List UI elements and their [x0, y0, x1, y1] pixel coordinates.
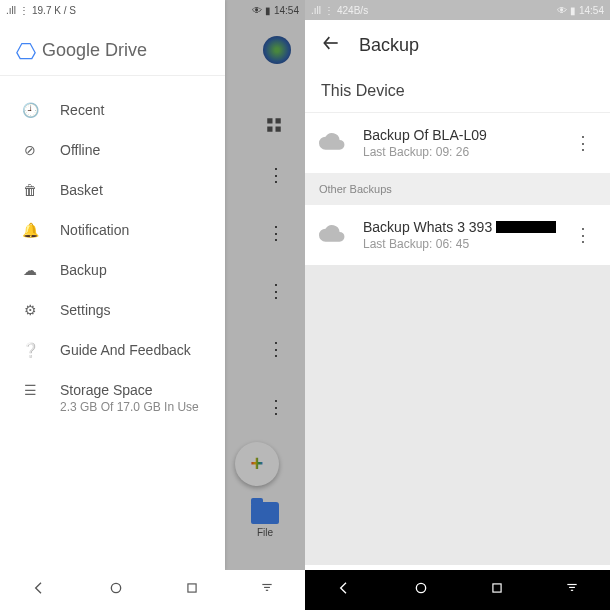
signal-icon: .ıll — [6, 5, 16, 16]
nav-drawer: .ıll ⋮ 19.7 K / S Google Drive 🕘 Recent … — [0, 0, 225, 570]
back-arrow-icon[interactable] — [321, 33, 341, 58]
drive-logo-icon — [16, 41, 36, 61]
backup-sub: Last Backup: 06: 45 — [363, 237, 570, 251]
nav-home-icon[interactable] — [108, 580, 124, 600]
row-menu-icon[interactable]: ⋮ — [570, 224, 596, 246]
cloud-icon — [319, 131, 349, 155]
brand: Google Drive — [0, 20, 225, 71]
svg-marker-4 — [17, 43, 35, 58]
menu-offline[interactable]: ⊘ Offline — [0, 130, 225, 170]
status-bar-drawer: .ıll ⋮ 19.7 K / S — [0, 0, 225, 20]
storage-icon: ☰ — [18, 382, 42, 398]
status-bar-right: .ıll ⋮ 424B/s 👁 ▮ 14:54 — [305, 0, 610, 20]
cloud-icon — [319, 223, 349, 247]
svg-rect-6 — [188, 584, 196, 592]
backup-row[interactable]: Backup Whats 3 393 Last Backup: 06: 45 ⋮ — [305, 205, 610, 265]
svg-rect-12 — [493, 584, 501, 592]
nav-back-icon[interactable] — [336, 580, 352, 600]
row-menu-icon[interactable]: ⋮ — [570, 132, 596, 154]
trash-icon: 🗑 — [18, 182, 42, 198]
check-circle-icon: ⊘ — [18, 142, 42, 158]
redacted-text — [496, 221, 556, 233]
svg-point-11 — [416, 583, 425, 592]
menu-storage[interactable]: ☰ Storage Space 2.3 GB Of 17.0 GB In Use — [0, 370, 225, 426]
backup-sub: Last Backup: 09: 26 — [363, 145, 570, 159]
menu-help[interactable]: ❔ Guide And Feedback — [0, 330, 225, 370]
backup-header: Backup — [305, 20, 610, 70]
backup-name: Backup Of BLA-L09 — [363, 127, 570, 143]
clock-icon: 🕘 — [18, 102, 42, 118]
backup-name: Backup Whats 3 393 — [363, 219, 570, 235]
eye-icon: 👁 — [557, 5, 567, 16]
net-speed: 424B/s — [337, 5, 368, 16]
gear-icon: ⚙ — [18, 302, 42, 318]
empty-area — [305, 265, 610, 565]
nav-extra-icon[interactable] — [565, 581, 579, 599]
signal-icon: .ıll — [311, 5, 321, 16]
nav-recent-icon[interactable] — [490, 581, 504, 599]
android-nav-left — [0, 570, 305, 610]
page-title: Backup — [359, 35, 419, 56]
backup-row[interactable]: Backup Of BLA-L09 Last Backup: 09: 26 ⋮ — [305, 113, 610, 173]
menu-backup[interactable]: ☁ Backup — [0, 250, 225, 290]
storage-usage: 2.3 GB Of 17.0 GB In Use — [60, 400, 199, 414]
bell-icon: 🔔 — [18, 222, 42, 238]
menu-notification[interactable]: 🔔 Notification — [0, 210, 225, 250]
status-time: 14:54 — [579, 5, 604, 16]
nav-extra-icon[interactable] — [260, 581, 274, 599]
menu-basket[interactable]: 🗑 Basket — [0, 170, 225, 210]
menu-recent[interactable]: 🕘 Recent — [0, 90, 225, 130]
menu-settings[interactable]: ⚙ Settings — [0, 290, 225, 330]
android-nav-right — [305, 570, 610, 610]
battery-icon: ▮ — [570, 5, 576, 16]
section-other-backups: Other Backups — [305, 173, 610, 205]
cloud-up-icon: ☁ — [18, 262, 42, 278]
nav-recent-icon[interactable] — [185, 581, 199, 599]
section-this-device: This Device — [305, 70, 610, 113]
drawer-menu: 🕘 Recent ⊘ Offline 🗑 Basket 🔔 Notificati… — [0, 80, 225, 436]
help-icon: ❔ — [18, 342, 42, 358]
nav-home-icon[interactable] — [413, 580, 429, 600]
nav-back-icon[interactable] — [31, 580, 47, 600]
svg-point-5 — [111, 583, 120, 592]
